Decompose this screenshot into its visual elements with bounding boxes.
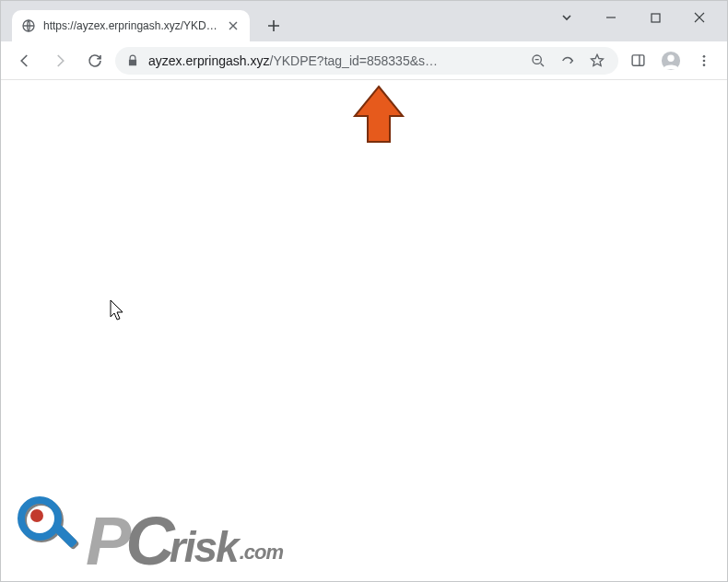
tab-search-button[interactable] bbox=[546, 3, 587, 32]
magnifier-icon bbox=[18, 496, 84, 563]
reload-button[interactable] bbox=[80, 46, 110, 76]
watermark-logo: P C risk .com bbox=[18, 496, 283, 568]
watermark-risk: risk bbox=[170, 530, 238, 565]
tab-title: https://ayzex.erpringash.xyz/YKDPE bbox=[43, 19, 218, 32]
url-host: ayzex.erpringash.xyz bbox=[148, 53, 270, 68]
url-path: /YKDPE?tag_id=858335&s… bbox=[270, 53, 439, 68]
tab-close-button[interactable] bbox=[226, 18, 241, 33]
address-bar[interactable]: ayzex.erpringash.xyz/YKDPE?tag_id=858335… bbox=[115, 47, 618, 75]
svg-point-5 bbox=[667, 54, 674, 61]
svg-point-6 bbox=[703, 55, 706, 58]
watermark-com: .com bbox=[240, 541, 283, 565]
watermark-p: P bbox=[86, 514, 125, 568]
bookmark-star-icon[interactable] bbox=[587, 51, 607, 71]
browser-tab[interactable]: https://ayzex.erpringash.xyz/YKDPE bbox=[12, 10, 250, 41]
side-panel-icon[interactable] bbox=[624, 47, 652, 75]
share-icon[interactable] bbox=[558, 51, 578, 71]
minimize-button[interactable] bbox=[591, 3, 631, 32]
window-controls bbox=[546, 1, 727, 34]
url-text: ayzex.erpringash.xyz/YKDPE?tag_id=858335… bbox=[148, 53, 519, 68]
profile-avatar-icon[interactable] bbox=[657, 47, 685, 75]
back-button[interactable] bbox=[10, 46, 40, 76]
close-window-button[interactable] bbox=[679, 3, 720, 32]
page-content: P C risk .com bbox=[1, 80, 727, 581]
zoom-icon[interactable] bbox=[528, 51, 548, 71]
svg-rect-3 bbox=[632, 55, 644, 65]
maximize-button[interactable] bbox=[635, 3, 675, 32]
toolbar: ayzex.erpringash.xyz/YKDPE?tag_id=858335… bbox=[1, 41, 727, 80]
watermark-c: C bbox=[125, 514, 169, 568]
mouse-cursor-icon bbox=[110, 299, 126, 320]
forward-button[interactable] bbox=[45, 46, 75, 76]
svg-point-7 bbox=[703, 59, 706, 62]
annotation-arrow-icon bbox=[351, 83, 408, 147]
svg-point-8 bbox=[703, 64, 706, 66]
lock-icon bbox=[126, 54, 139, 67]
menu-button[interactable] bbox=[690, 47, 718, 75]
tab-strip: https://ayzex.erpringash.xyz/YKDPE bbox=[1, 1, 727, 41]
globe-icon bbox=[21, 18, 36, 33]
svg-rect-1 bbox=[652, 14, 660, 22]
new-tab-button[interactable] bbox=[261, 13, 287, 39]
